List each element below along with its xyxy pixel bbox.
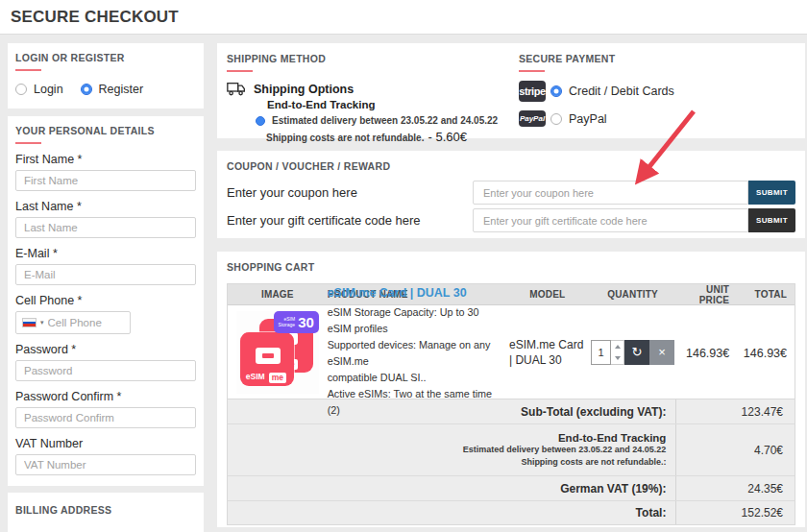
last-name-input[interactable] [15, 217, 196, 238]
col-unit-price: UNIT PRICE [675, 284, 737, 305]
shipping-total-label: End-to-End Tracking Estimated delivery b… [228, 432, 675, 469]
vat-number-label: VAT Number [15, 437, 196, 450]
coupon-section-header: COUPON / VOUCHER / REWARD [227, 160, 795, 172]
esim-storage-badge: eSIMStorage 30 [274, 311, 319, 333]
product-image[interactable]: eSIMStorage 30 me eSIM me [236, 311, 319, 394]
vat-number-field-group: VAT Number [15, 437, 196, 475]
coupon-code-label: Enter your coupon here [227, 185, 473, 200]
grand-total-value: 152.52€ [675, 501, 795, 524]
vat-value: 24.35€ [675, 476, 795, 500]
vat-number-input[interactable] [15, 454, 196, 475]
coupon-panel: COUPON / VOUCHER / REWARD Enter your cou… [217, 151, 805, 238]
password-field-group: Password * [15, 343, 196, 381]
credit-card-label[interactable]: Credit / Debit Cards [569, 85, 674, 98]
quantity-widget: ↻ × [591, 340, 674, 365]
page-title: SECURE CHECKOUT [11, 8, 179, 27]
shipping-total-value: 4.70€ [675, 424, 795, 475]
personal-section-header: YOUR PERSONAL DETAILS [15, 125, 196, 136]
col-total: TOTAL [737, 289, 795, 300]
register-radio-label[interactable]: Register [99, 83, 144, 96]
product-model: eSIM.me Card | DUAL 30 [505, 337, 590, 368]
subtotal-row: Sub-Total (excluding VAT): 123.47€ [228, 399, 795, 424]
shipping-method-section: SHIPPING METHOD Shipping Options End-to-… [227, 53, 505, 144]
sim-card-front: eSIM me [240, 332, 294, 386]
password-input[interactable] [15, 360, 196, 381]
header-bar: SECURE CHECKOUT [0, 0, 807, 35]
item-unit-price: 146.93€ [686, 347, 729, 360]
login-radio-label[interactable]: Login [34, 83, 63, 96]
coupon-code-input[interactable] [473, 181, 748, 205]
quantity-input[interactable] [591, 340, 611, 365]
password-confirm-input[interactable] [15, 407, 196, 428]
grand-total-row: Total: 152.52€ [228, 501, 795, 524]
paypal-logo-badge: PayPal [519, 110, 546, 127]
password-confirm-label: Password Confirm * [15, 390, 196, 403]
cart-section-header: SHOPPING CART [227, 261, 795, 273]
shipping-refund-note: Shipping costs are not refundable. [266, 133, 424, 143]
email-input[interactable] [15, 264, 196, 285]
login-section-header: LOGIN OR REGISTER [15, 52, 196, 63]
billing-address-panel: BILLING ADDRESS Company [8, 493, 204, 532]
quantity-up-icon[interactable] [611, 341, 624, 352]
register-radio[interactable] [81, 84, 92, 95]
cell-phone-label: Cell Phone * [15, 294, 196, 307]
vat-label: German VAT (19%): [228, 482, 675, 496]
russia-flag-icon[interactable] [22, 318, 37, 327]
stripe-logo-badge: stripe [519, 81, 546, 102]
secure-payment-section: SECURE PAYMENT stripe Credit / Debit Car… [519, 53, 788, 127]
refresh-icon: ↻ [632, 345, 643, 359]
email-field-group: E-Mail * [15, 247, 196, 285]
email-label: E-Mail * [15, 247, 196, 260]
section-underline [519, 70, 545, 72]
paypal-label[interactable]: PayPal [569, 112, 607, 126]
remove-item-button[interactable]: × [649, 340, 674, 365]
cell-phone-input[interactable] [48, 317, 115, 328]
first-name-input[interactable] [15, 170, 196, 191]
cell-phone-field-group: Cell Phone * ▾ [15, 294, 196, 334]
shipping-tracking-name: End-to-End Tracking [267, 99, 505, 110]
shopping-cart-panel: SHOPPING CART IMAGE PRODUCT NAME MODEL Q… [217, 252, 805, 527]
shipping-section-header: SHIPPING METHOD [227, 53, 505, 64]
login-radio[interactable] [15, 84, 27, 95]
col-image: IMAGE [228, 289, 328, 300]
credit-card-radio[interactable] [550, 85, 562, 97]
last-name-label: Last Name * [15, 200, 196, 213]
section-underline [15, 142, 41, 144]
quantity-stepper[interactable] [611, 340, 624, 365]
payment-section-header: SECURE PAYMENT [519, 53, 788, 64]
gift-certificate-input[interactable] [473, 208, 748, 232]
login-register-panel: LOGIN OR REGISTER Login Register [8, 43, 204, 109]
password-confirm-field-group: Password Confirm * [15, 390, 196, 428]
chevron-down-icon[interactable]: ▾ [40, 319, 44, 326]
shipping-payment-panel: SHIPPING METHOD Shipping Options End-to-… [217, 43, 805, 138]
item-total-price: 146.93€ [744, 347, 787, 360]
shipping-delivery-estimate: Estimated delivery between 23.05.22 and … [272, 115, 498, 126]
cell-phone-input-wrap[interactable]: ▾ [15, 311, 131, 334]
last-name-field-group: Last Name * [15, 200, 196, 238]
cart-item-row: eSIMStorage 30 me eSIM me eSIM.me Card | [228, 305, 795, 399]
grand-total-label: Total: [228, 506, 675, 520]
gift-certificate-submit-button[interactable]: SUBMIT [748, 208, 795, 232]
shipping-price: - 5.60€ [428, 130, 466, 144]
section-underline [15, 69, 41, 71]
cart-table: IMAGE PRODUCT NAME MODEL QUANTITY UNIT P… [227, 283, 795, 525]
gift-certificate-label: Enter your gift certificate code here [227, 213, 473, 228]
product-description: eSIM Storage Capacity: Up to 30 eSIM pro… [328, 304, 505, 419]
update-quantity-button[interactable]: ↻ [624, 340, 649, 365]
subtotal-value: 123.47€ [675, 399, 795, 423]
truck-icon [227, 82, 246, 96]
product-name-link[interactable]: eSIM.me Card | DUAL 30 [328, 286, 505, 300]
first-name-label: First Name * [15, 153, 196, 166]
password-label: Password * [15, 343, 196, 356]
billing-section-header: BILLING ADDRESS [15, 504, 196, 516]
first-name-field-group: First Name * [15, 153, 196, 191]
paypal-radio[interactable] [550, 113, 562, 125]
vat-row: German VAT (19%): 24.35€ [228, 476, 795, 501]
coupon-submit-button[interactable]: SUBMIT [748, 181, 795, 205]
shipping-option-radio[interactable] [256, 116, 265, 126]
close-icon: × [658, 345, 666, 359]
subtotal-label: Sub-Total (excluding VAT): [228, 405, 675, 419]
cart-table-header: IMAGE PRODUCT NAME MODEL QUANTITY UNIT P… [228, 284, 795, 305]
personal-details-panel: YOUR PERSONAL DETAILS First Name * Last … [8, 116, 204, 486]
quantity-down-icon[interactable] [611, 352, 624, 364]
